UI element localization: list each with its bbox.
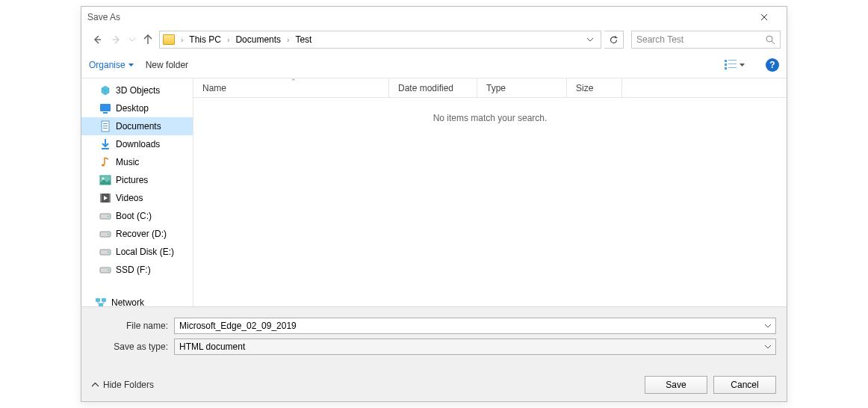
address-bar[interactable]: › This PC › Documents › Test: [159, 31, 601, 49]
refresh-icon: [609, 35, 619, 45]
drive-icon: [99, 246, 111, 258]
tree-item-3d-objects[interactable]: 3D Objects: [81, 81, 193, 99]
breadcrumb-test[interactable]: Test: [292, 33, 314, 46]
chevron-right-icon: ›: [285, 36, 291, 44]
arrow-up-icon: [143, 34, 153, 45]
chevron-down-icon: [765, 345, 771, 349]
svg-rect-12: [103, 128, 108, 129]
column-headers: Name ⌃ Date modified Type Size: [193, 78, 787, 98]
arrow-left-icon: [92, 34, 102, 45]
title-bar: Save As: [81, 7, 787, 28]
svg-rect-7: [100, 104, 111, 111]
up-button[interactable]: [140, 31, 156, 48]
tree-item-pictures[interactable]: Pictures: [81, 171, 193, 189]
svg-point-25: [108, 252, 109, 253]
svg-rect-1: [725, 60, 727, 62]
chevron-down-icon: [129, 38, 135, 42]
save-as-dialog: Save As › This PC › Documents › Test: [81, 6, 787, 402]
breadcrumb-this-pc[interactable]: This PC: [186, 33, 224, 46]
recent-dropdown[interactable]: [128, 31, 137, 48]
tree-item-music[interactable]: Music: [81, 153, 193, 171]
chevron-right-icon: ›: [226, 36, 231, 44]
svg-point-14: [102, 164, 105, 166]
arrow-right-icon: [111, 34, 122, 45]
refresh-button[interactable]: [604, 31, 624, 49]
svg-rect-4: [728, 64, 737, 64]
svg-rect-5: [725, 67, 727, 69]
chevron-right-icon: ›: [179, 36, 185, 44]
drive-icon: [99, 228, 111, 240]
svg-rect-28: [96, 298, 100, 302]
view-grid-icon: [725, 60, 737, 70]
videos-icon: [99, 192, 111, 204]
file-list-area: Name ⌃ Date modified Type Size No items …: [193, 78, 787, 306]
help-button[interactable]: ?: [766, 58, 779, 72]
svg-rect-13: [102, 148, 109, 149]
filename-input[interactable]: Microsoft_Edge_02_09_2019: [174, 318, 776, 334]
svg-rect-2: [728, 60, 737, 61]
svg-rect-11: [103, 126, 108, 126]
tree-item-ssd-f-[interactable]: SSD (F:): [81, 261, 193, 279]
chevron-down-icon: [587, 38, 593, 42]
close-button[interactable]: [748, 7, 781, 28]
column-type[interactable]: Type: [477, 78, 567, 97]
svg-point-0: [766, 36, 772, 42]
search-placeholder: Search Test: [636, 34, 766, 45]
caret-down-icon: [128, 64, 134, 67]
forward-button[interactable]: [108, 31, 125, 48]
svg-rect-19: [109, 194, 111, 203]
column-size[interactable]: Size: [567, 78, 622, 97]
savetype-select[interactable]: HTML document: [174, 339, 776, 355]
caret-down-icon: [740, 64, 745, 67]
breadcrumb-documents[interactable]: Documents: [232, 33, 284, 46]
filename-dropdown[interactable]: [765, 324, 771, 328]
savetype-row: Save as type: HTML document: [92, 339, 776, 355]
search-input[interactable]: Search Test: [631, 31, 781, 49]
tree-item-boot-c-[interactable]: Boot (C:): [81, 207, 193, 225]
organise-menu[interactable]: Organise: [89, 60, 134, 70]
music-icon: [99, 156, 111, 168]
save-button[interactable]: Save: [645, 376, 707, 394]
back-button[interactable]: [89, 31, 105, 48]
new-folder-button[interactable]: New folder: [146, 60, 188, 70]
svg-rect-30: [99, 303, 103, 306]
view-options-button[interactable]: [725, 60, 745, 70]
svg-rect-18: [100, 194, 102, 203]
toolbar: Organise New folder ?: [81, 52, 787, 78]
desktop-icon: [99, 102, 111, 114]
address-dropdown[interactable]: [583, 38, 598, 42]
chevron-up-icon: [92, 383, 99, 387]
savetype-dropdown[interactable]: [765, 345, 771, 349]
svg-point-23: [108, 234, 109, 235]
tree-item-documents[interactable]: Documents: [81, 117, 193, 135]
tree-item-desktop[interactable]: Desktop: [81, 99, 193, 117]
filename-label: File name:: [92, 321, 174, 331]
column-date[interactable]: Date modified: [389, 78, 477, 97]
cube-icon: [99, 84, 111, 96]
hide-folders-toggle[interactable]: Hide Folders: [92, 380, 154, 390]
tree-item-local-disk-e-[interactable]: Local Disk (E:): [81, 243, 193, 261]
close-icon: [760, 13, 768, 21]
tree-item-recover-d-[interactable]: Recover (D:): [81, 225, 193, 243]
search-icon: [766, 35, 775, 45]
tree-item-videos[interactable]: Videos: [81, 189, 193, 207]
cancel-button[interactable]: Cancel: [713, 376, 776, 394]
doc-icon: [99, 120, 111, 132]
pictures-icon: [99, 174, 111, 186]
column-name[interactable]: Name ⌃: [193, 78, 389, 97]
bottom-panel: File name: Microsoft_Edge_02_09_2019 Sav…: [81, 306, 787, 401]
svg-point-27: [108, 270, 109, 271]
window-title: Save As: [87, 12, 748, 22]
tree-item-downloads[interactable]: Downloads: [81, 135, 193, 153]
drive-icon: [99, 210, 111, 222]
svg-rect-10: [103, 123, 108, 124]
drive-icon: [99, 264, 111, 276]
network-icon: [95, 297, 107, 306]
body: 3D ObjectsDesktopDocumentsDownloadsMusic…: [81, 78, 787, 306]
svg-point-21: [108, 216, 109, 217]
action-row: Hide Folders Save Cancel: [92, 376, 776, 394]
tree-item-network[interactable]: Network: [81, 294, 193, 306]
download-icon: [99, 138, 111, 150]
savetype-label: Save as type:: [92, 341, 174, 352]
nav-tree[interactable]: 3D ObjectsDesktopDocumentsDownloadsMusic…: [81, 78, 193, 306]
